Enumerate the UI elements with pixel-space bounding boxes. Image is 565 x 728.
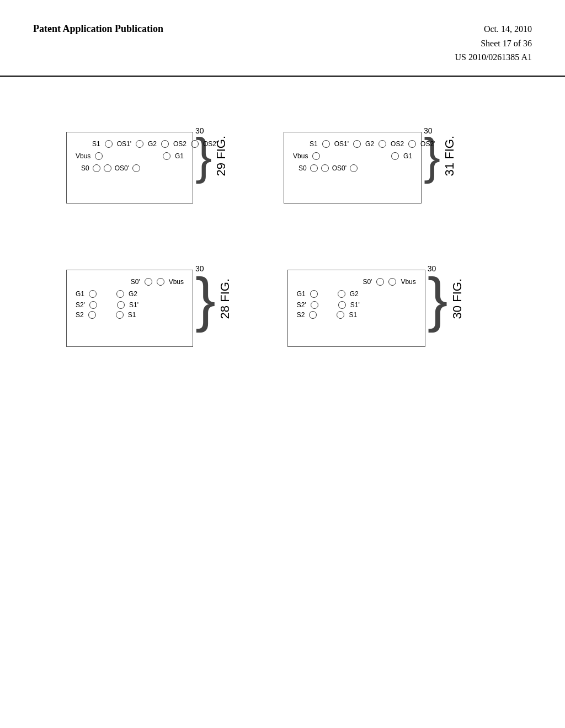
fig29-diagram-container: S1 OS1' G2 OS2 OS2' Vbus [66, 132, 193, 204]
fig30-s2p-label: S2' [297, 301, 306, 309]
fig28-s1p-label: S1' [129, 301, 138, 309]
fig30-s1-pin [337, 311, 344, 319]
fig28-g1-label: G1 [76, 290, 84, 298]
fig31-vbus-label: Vbus [293, 152, 308, 160]
fig31-pin-os2p-label: OS2' [420, 140, 435, 148]
fig29-g1-pin [163, 152, 170, 160]
fig29-s0b-pin [132, 164, 140, 172]
fig31-os0p-pin [321, 164, 329, 172]
fig28-s0p-label: S0' [131, 278, 140, 286]
fig29-pin-s1-label: S1 [92, 140, 100, 148]
fig30-s1p-pin [338, 301, 346, 309]
fig31-diagram-container: S1 OS1' G2 OS2 OS2' Vbus [284, 132, 422, 204]
fig28-g1-pin [89, 290, 97, 298]
publication-title: Patent Application Publication [33, 22, 163, 36]
fig31-pin-g2 [379, 140, 386, 148]
fig31-pin-os1p [353, 140, 361, 148]
fig31-pin-os1p-label: OS1' [334, 140, 349, 148]
fig29-pin-os1p-label: OS1' [117, 140, 131, 148]
fig31-group: S1 OS1' G2 OS2 OS2' Vbus [284, 132, 457, 204]
fig30-g2-pin [338, 290, 345, 298]
fig30-s0-pin [388, 278, 396, 286]
fig30-s2p-pin [311, 301, 318, 309]
fig28-s1-label: S1 [128, 311, 136, 319]
fig31-s0b-pin [350, 164, 358, 172]
fig28-s0p-pin [145, 278, 152, 286]
fig28-diagram-container: S0' Vbus G1 G2 S2' [66, 270, 193, 347]
fig29-s0a-pin [93, 164, 100, 172]
fig28-s2p-pin [89, 301, 97, 309]
fig30-box: S0' Vbus G1 G2 S2' [287, 270, 425, 347]
fig29-pin-os2 [191, 140, 199, 148]
fig31-box: S1 OS1' G2 OS2 OS2' Vbus [284, 132, 422, 204]
fig29-s0a-label: S0 [81, 164, 89, 172]
fig29-label: 29 FIG. [214, 136, 228, 176]
publication-date: Oct. 14, 2010 [455, 22, 532, 36]
fig28-group: S0' Vbus G1 G2 S2' [66, 270, 232, 347]
fig31-pin-os2-label: OS2 [391, 140, 404, 148]
publication-info: Oct. 14, 2010 Sheet 17 of 36 US 2010/026… [455, 22, 532, 65]
fig30-diagram-container: S0' Vbus G1 G2 S2' [287, 270, 425, 347]
fig30-s1p-label: S1' [350, 301, 360, 309]
fig30-g2-label: G2 [350, 290, 359, 298]
fig30-g1-label: G1 [297, 290, 306, 298]
fig31-g1-label: G1 [403, 152, 412, 160]
fig28-label: 28 FIG. [218, 279, 232, 319]
fig29-pin-s1 [105, 140, 113, 148]
fig29-vbus-label: Vbus [76, 152, 90, 160]
fig30-bracket: } [428, 273, 448, 325]
fig31-pin-g2-label: G2 [365, 140, 374, 148]
fig28-s2p-label: S2' [76, 301, 85, 309]
fig31-pin-s1 [322, 140, 330, 148]
fig28-s2-pin [88, 311, 96, 319]
fig29-os0p-pin [104, 164, 111, 172]
fig30-s2-pin [309, 311, 317, 319]
fig30-vbus-label: Vbus [401, 278, 415, 286]
fig31-pin-s1-label: S1 [310, 140, 318, 148]
fig30-s0p-pin [376, 278, 384, 286]
top-figure-row: S1 OS1' G2 OS2 OS2' Vbus [66, 132, 532, 204]
fig29-group: S1 OS1' G2 OS2 OS2' Vbus [66, 132, 228, 204]
fig30-s2-label: S2 [297, 311, 305, 319]
fig31-s0a-label: S0 [299, 164, 307, 172]
fig28-s1-pin [116, 311, 124, 319]
fig30-label: 30 FIG. [450, 279, 465, 319]
patent-number: US 2010/0261385 A1 [455, 50, 532, 65]
fig28-vbus-label: Vbus [169, 278, 184, 286]
fig28-bracket: } [195, 273, 216, 325]
fig30-s0p-label: S0' [363, 278, 372, 286]
page-header: Patent Application Publication Oct. 14, … [0, 0, 565, 77]
fig31-g1-pin [391, 152, 399, 160]
fig29-os0p-label: OS0' [115, 164, 129, 172]
fig29-pin-os1p [136, 140, 143, 148]
fig30-s1-label: S1 [349, 311, 357, 319]
fig31-label: 31 FIG. [443, 136, 457, 176]
fig28-box: S0' Vbus G1 G2 S2' [66, 270, 193, 347]
fig29-pin-os2-label: OS2 [173, 140, 186, 148]
fig31-s0a-pin [310, 164, 318, 172]
main-content: S1 OS1' G2 OS2 OS2' Vbus [0, 77, 565, 369]
fig28-g2-label: G2 [129, 290, 137, 298]
fig28-g2-pin [116, 290, 124, 298]
fig31-pin-os2 [408, 140, 416, 148]
fig29-box: S1 OS1' G2 OS2 OS2' Vbus [66, 132, 193, 204]
fig30-group: S0' Vbus G1 G2 S2' [287, 270, 465, 347]
fig28-s2-label: S2 [76, 311, 84, 319]
fig28-s1p-pin [117, 301, 125, 309]
fig28-s0-pin [157, 278, 164, 286]
fig31-os0p-label: OS0' [332, 164, 347, 172]
fig30-g1-pin [310, 290, 318, 298]
fig29-pin-g2 [161, 140, 169, 148]
fig29-pin-g2-label: G2 [148, 140, 157, 148]
fig29-vbus-pin [95, 152, 103, 160]
fig31-vbus-pin [312, 152, 320, 160]
bottom-figure-row: S0' Vbus G1 G2 S2' [66, 270, 532, 347]
sheet-info: Sheet 17 of 36 [455, 36, 532, 51]
fig29-g1-label: G1 [175, 152, 184, 160]
